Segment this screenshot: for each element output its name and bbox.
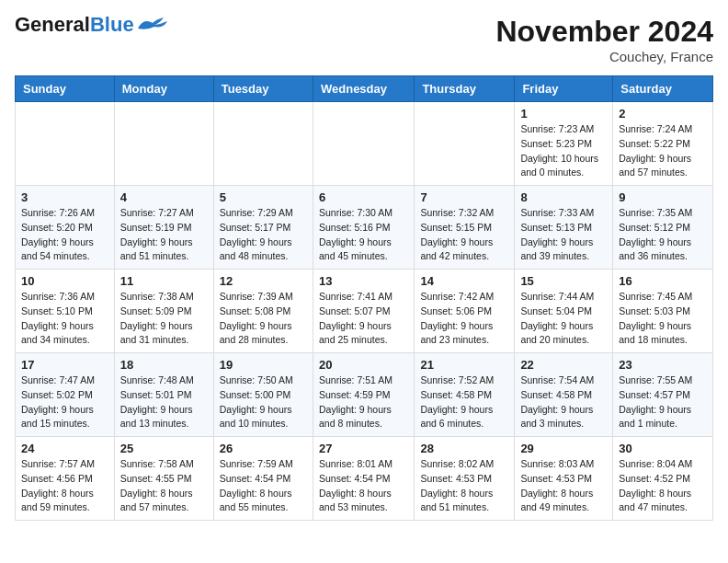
day-info: Sunrise: 7:36 AMSunset: 5:10 PMDaylight:… [21, 290, 108, 348]
col-header-wednesday: Wednesday [313, 76, 414, 102]
calendar-cell: 22Sunrise: 7:54 AMSunset: 4:58 PMDayligh… [515, 353, 613, 437]
day-info: Sunrise: 7:54 AMSunset: 4:58 PMDaylight:… [520, 373, 607, 431]
day-info: Sunrise: 7:50 AMSunset: 5:00 PMDaylight:… [220, 373, 307, 431]
col-header-monday: Monday [114, 76, 213, 102]
calendar-cell: 12Sunrise: 7:39 AMSunset: 5:08 PMDayligh… [213, 270, 313, 353]
day-info: Sunrise: 7:47 AMSunset: 5:02 PMDaylight:… [21, 373, 108, 431]
day-number: 27 [319, 442, 408, 455]
day-number: 23 [619, 358, 707, 372]
col-header-thursday: Thursday [415, 76, 515, 102]
calendar-cell [213, 102, 313, 186]
calendar-cell [313, 102, 414, 186]
day-info: Sunrise: 7:24 AMSunset: 5:22 PMDaylight:… [619, 122, 707, 180]
calendar-cell: 25Sunrise: 7:58 AMSunset: 4:55 PMDayligh… [114, 437, 213, 521]
logo-bird-icon [136, 16, 169, 34]
calendar-cell: 28Sunrise: 8:02 AMSunset: 4:53 PMDayligh… [415, 437, 515, 521]
calendar-cell: 11Sunrise: 7:38 AMSunset: 5:09 PMDayligh… [114, 270, 213, 353]
day-info: Sunrise: 8:03 AMSunset: 4:53 PMDaylight:… [520, 457, 607, 515]
day-info: Sunrise: 7:41 AMSunset: 5:07 PMDaylight:… [319, 290, 408, 348]
logo-text: GeneralBlue [15, 15, 134, 35]
calendar-cell [16, 102, 115, 186]
day-number: 17 [21, 358, 108, 372]
calendar-cell: 8Sunrise: 7:33 AMSunset: 5:13 PMDaylight… [515, 186, 613, 270]
day-number: 16 [619, 274, 707, 288]
calendar-cell [114, 102, 213, 186]
day-info: Sunrise: 8:04 AMSunset: 4:52 PMDaylight:… [619, 457, 707, 515]
calendar-cell: 27Sunrise: 8:01 AMSunset: 4:54 PMDayligh… [313, 437, 414, 521]
calendar-cell [415, 102, 515, 186]
day-number: 30 [619, 442, 707, 455]
day-info: Sunrise: 7:44 AMSunset: 5:04 PMDaylight:… [520, 290, 607, 348]
calendar-cell: 5Sunrise: 7:29 AMSunset: 5:17 PMDaylight… [213, 186, 313, 270]
title-block: November 2024 Couchey, France [495, 15, 713, 64]
calendar-cell: 29Sunrise: 8:03 AMSunset: 4:53 PMDayligh… [515, 437, 613, 521]
calendar-cell: 30Sunrise: 8:04 AMSunset: 4:52 PMDayligh… [613, 437, 713, 521]
calendar-cell: 6Sunrise: 7:30 AMSunset: 5:16 PMDaylight… [313, 186, 414, 270]
day-number: 11 [120, 274, 208, 288]
day-number: 10 [21, 274, 108, 288]
day-info: Sunrise: 7:57 AMSunset: 4:56 PMDaylight:… [21, 457, 108, 515]
calendar-cell: 7Sunrise: 7:32 AMSunset: 5:15 PMDaylight… [415, 186, 515, 270]
day-number: 13 [319, 274, 408, 288]
day-info: Sunrise: 7:45 AMSunset: 5:03 PMDaylight:… [619, 290, 707, 348]
day-number: 24 [21, 442, 108, 455]
day-number: 7 [420, 190, 508, 204]
day-info: Sunrise: 7:35 AMSunset: 5:12 PMDaylight:… [619, 206, 707, 264]
day-number: 18 [120, 358, 208, 372]
day-number: 20 [319, 358, 408, 372]
month-title: November 2024 [495, 15, 713, 49]
calendar-cell: 16Sunrise: 7:45 AMSunset: 5:03 PMDayligh… [613, 270, 713, 353]
logo: GeneralBlue [15, 15, 169, 35]
day-number: 29 [520, 442, 607, 455]
calendar-header-row: SundayMondayTuesdayWednesdayThursdayFrid… [16, 76, 713, 102]
calendar-cell: 13Sunrise: 7:41 AMSunset: 5:07 PMDayligh… [313, 270, 414, 353]
day-number: 8 [520, 190, 607, 204]
day-number: 6 [319, 190, 408, 204]
day-number: 9 [619, 190, 707, 204]
calendar-week-3: 10Sunrise: 7:36 AMSunset: 5:10 PMDayligh… [16, 270, 713, 353]
day-number: 4 [120, 190, 208, 204]
day-number: 25 [120, 442, 208, 455]
calendar-cell: 9Sunrise: 7:35 AMSunset: 5:12 PMDaylight… [613, 186, 713, 270]
day-number: 12 [220, 274, 307, 288]
calendar-week-2: 3Sunrise: 7:26 AMSunset: 5:20 PMDaylight… [16, 186, 713, 270]
col-header-tuesday: Tuesday [213, 76, 313, 102]
day-number: 19 [220, 358, 307, 372]
location-subtitle: Couchey, France [495, 49, 713, 64]
day-number: 15 [520, 274, 607, 288]
calendar-cell: 1Sunrise: 7:23 AMSunset: 5:23 PMDaylight… [515, 102, 613, 186]
col-header-saturday: Saturday [613, 76, 713, 102]
calendar-cell: 3Sunrise: 7:26 AMSunset: 5:20 PMDaylight… [16, 186, 115, 270]
day-number: 21 [420, 358, 508, 372]
calendar-cell: 14Sunrise: 7:42 AMSunset: 5:06 PMDayligh… [415, 270, 515, 353]
calendar-week-5: 24Sunrise: 7:57 AMSunset: 4:56 PMDayligh… [16, 437, 713, 521]
calendar-cell: 10Sunrise: 7:36 AMSunset: 5:10 PMDayligh… [16, 270, 115, 353]
day-info: Sunrise: 7:39 AMSunset: 5:08 PMDaylight:… [220, 290, 307, 348]
calendar-week-4: 17Sunrise: 7:47 AMSunset: 5:02 PMDayligh… [16, 353, 713, 437]
day-number: 28 [420, 442, 508, 455]
day-info: Sunrise: 7:52 AMSunset: 4:58 PMDaylight:… [420, 373, 508, 431]
day-info: Sunrise: 7:58 AMSunset: 4:55 PMDaylight:… [120, 457, 208, 515]
page-header: GeneralBlue November 2024 Couchey, Franc… [15, 15, 713, 64]
day-info: Sunrise: 7:23 AMSunset: 5:23 PMDaylight:… [520, 122, 607, 180]
calendar-cell: 24Sunrise: 7:57 AMSunset: 4:56 PMDayligh… [16, 437, 115, 521]
calendar-cell: 21Sunrise: 7:52 AMSunset: 4:58 PMDayligh… [415, 353, 515, 437]
day-number: 1 [520, 107, 607, 121]
calendar-cell: 23Sunrise: 7:55 AMSunset: 4:57 PMDayligh… [613, 353, 713, 437]
col-header-sunday: Sunday [16, 76, 115, 102]
day-info: Sunrise: 8:01 AMSunset: 4:54 PMDaylight:… [319, 457, 408, 515]
day-info: Sunrise: 7:42 AMSunset: 5:06 PMDaylight:… [420, 290, 508, 348]
day-info: Sunrise: 7:26 AMSunset: 5:20 PMDaylight:… [21, 206, 108, 264]
calendar-cell: 17Sunrise: 7:47 AMSunset: 5:02 PMDayligh… [16, 353, 115, 437]
day-info: Sunrise: 7:48 AMSunset: 5:01 PMDaylight:… [120, 373, 208, 431]
day-info: Sunrise: 7:27 AMSunset: 5:19 PMDaylight:… [120, 206, 208, 264]
day-info: Sunrise: 7:30 AMSunset: 5:16 PMDaylight:… [319, 206, 408, 264]
day-info: Sunrise: 7:59 AMSunset: 4:54 PMDaylight:… [220, 457, 307, 515]
calendar-cell: 19Sunrise: 7:50 AMSunset: 5:00 PMDayligh… [213, 353, 313, 437]
calendar-cell: 4Sunrise: 7:27 AMSunset: 5:19 PMDaylight… [114, 186, 213, 270]
day-info: Sunrise: 7:33 AMSunset: 5:13 PMDaylight:… [520, 206, 607, 264]
day-number: 3 [21, 190, 108, 204]
day-number: 2 [619, 107, 707, 121]
day-info: Sunrise: 8:02 AMSunset: 4:53 PMDaylight:… [420, 457, 508, 515]
col-header-friday: Friday [515, 76, 613, 102]
